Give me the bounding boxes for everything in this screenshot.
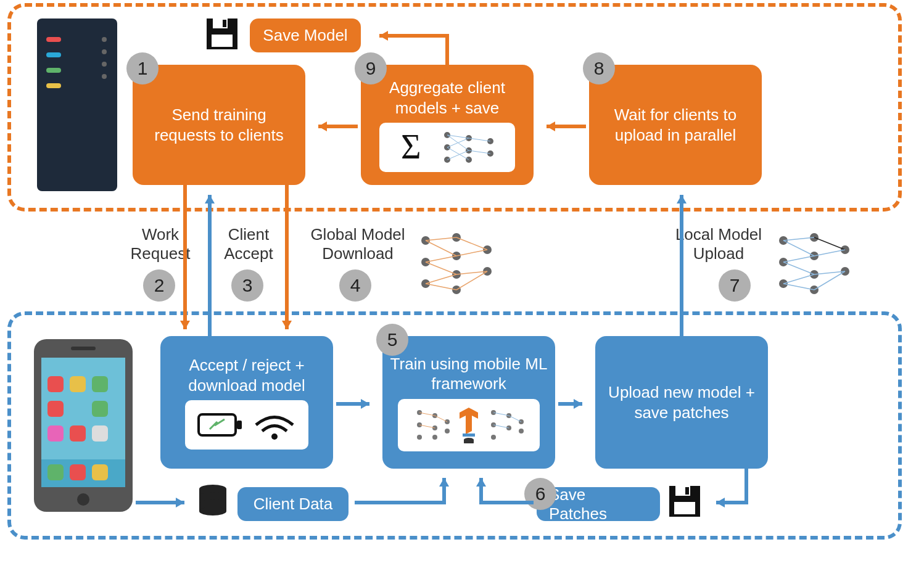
step-3-badge: 3 <box>231 269 263 302</box>
arrow-work-request <box>179 185 191 339</box>
svg-rect-20 <box>92 425 108 442</box>
client-accept-label: Client Accept <box>215 225 283 263</box>
svg-line-95 <box>426 240 456 256</box>
svg-marker-137 <box>574 399 582 409</box>
svg-line-41 <box>447 147 469 160</box>
arrow-upload-to-floppy <box>706 469 756 506</box>
svg-marker-141 <box>176 498 184 507</box>
step-5-num: 5 <box>387 329 398 350</box>
svg-marker-139 <box>677 195 687 203</box>
svg-line-43 <box>469 138 490 141</box>
svg-line-73 <box>509 416 521 422</box>
svg-point-47 <box>271 433 278 440</box>
sigma-icon: Σ <box>398 129 435 166</box>
svg-line-40 <box>447 138 469 147</box>
floppy-icon-bottom <box>669 486 703 520</box>
svg-line-100 <box>456 237 487 250</box>
nn-global-icon <box>416 228 497 296</box>
arrow-global-download <box>281 185 293 339</box>
accept-reject-text: Accept / reject + download model <box>167 355 327 395</box>
svg-line-115 <box>783 256 814 262</box>
save-patches-text: Save Patches <box>549 485 648 524</box>
save-model-box: Save Model <box>250 18 361 52</box>
arrow-clientdata-to-train <box>355 469 453 506</box>
svg-rect-12 <box>71 347 96 350</box>
arrow-patches-to-train <box>475 469 537 506</box>
svg-point-55 <box>445 429 450 433</box>
step-1-badge: 1 <box>126 52 159 84</box>
local-upload-text: Local Model Upload <box>675 225 762 263</box>
svg-point-50 <box>417 435 422 440</box>
arrow-local-upload <box>675 185 688 339</box>
accept-reject-box: Accept / reject + download model <box>160 336 333 469</box>
step-5-text: Train using mobile ML framework <box>389 354 549 394</box>
svg-point-70 <box>519 429 524 433</box>
svg-rect-16 <box>47 401 64 417</box>
accept-inner <box>185 400 308 450</box>
svg-text:Σ: Σ <box>401 129 421 166</box>
arrow-client-accept <box>204 185 216 339</box>
database-icon <box>197 484 228 521</box>
svg-line-96 <box>426 256 456 262</box>
svg-marker-59 <box>460 408 478 434</box>
svg-marker-127 <box>547 121 555 131</box>
svg-rect-15 <box>92 376 108 392</box>
arrow-9-to-save <box>367 31 453 68</box>
svg-line-42 <box>447 150 469 160</box>
client-data-box: Client Data <box>237 487 349 521</box>
svg-line-44 <box>469 150 490 154</box>
arrow-9-to-1 <box>308 120 358 133</box>
svg-point-80 <box>199 507 226 516</box>
step-1-box: Send training requests to clients <box>133 65 305 185</box>
svg-line-94 <box>426 237 456 240</box>
svg-rect-28 <box>212 35 233 47</box>
svg-line-57 <box>419 425 435 428</box>
nn-local-icon <box>774 228 854 296</box>
train-inner <box>398 399 540 451</box>
step-8-badge: 8 <box>583 52 615 84</box>
svg-line-116 <box>783 262 814 274</box>
svg-rect-19 <box>70 425 86 442</box>
svg-rect-2 <box>46 52 61 57</box>
svg-rect-8 <box>102 74 107 79</box>
step-2-num: 2 <box>154 275 165 296</box>
svg-marker-129 <box>180 321 190 329</box>
step-1-num: 1 <box>138 58 148 79</box>
svg-rect-22 <box>47 464 64 480</box>
svg-line-99 <box>426 284 456 290</box>
step-7-badge: 7 <box>719 269 751 302</box>
aggregate-inner: Σ <box>379 123 515 172</box>
svg-marker-143 <box>476 478 486 487</box>
upload-text: Upload new model + save patches <box>601 382 762 422</box>
svg-marker-125 <box>318 121 327 131</box>
svg-line-98 <box>426 274 456 284</box>
svg-line-118 <box>783 284 814 290</box>
tensorflow-icon <box>456 406 481 443</box>
svg-rect-14 <box>70 376 86 392</box>
step-5-badge: 5 <box>376 324 408 356</box>
step-4-badge: 4 <box>339 269 371 302</box>
svg-point-66 <box>491 435 496 440</box>
svg-marker-131 <box>205 195 215 203</box>
arrow-phone-to-db <box>136 496 194 509</box>
upload-box: Upload new model + save patches <box>595 336 768 469</box>
step-7-num: 7 <box>730 275 740 296</box>
svg-rect-5 <box>102 37 107 42</box>
step-5-box: Train using mobile ML framework <box>382 336 555 469</box>
floppy-icon <box>207 18 241 52</box>
battery-icon <box>197 409 247 440</box>
step-2-badge: 2 <box>143 269 175 302</box>
arrow-accept-to-train <box>336 398 379 410</box>
step-1-text: Send training requests to clients <box>139 105 299 145</box>
svg-rect-3 <box>46 68 61 73</box>
svg-line-72 <box>493 425 509 428</box>
nn-train-in-icon <box>413 406 450 443</box>
svg-rect-0 <box>37 18 117 191</box>
svg-rect-27 <box>223 20 226 27</box>
svg-rect-6 <box>102 49 107 54</box>
svg-rect-17 <box>92 401 108 417</box>
svg-rect-84 <box>674 502 695 514</box>
step-8-num: 8 <box>594 58 604 79</box>
svg-rect-60 <box>463 433 475 437</box>
svg-line-101 <box>456 250 487 256</box>
